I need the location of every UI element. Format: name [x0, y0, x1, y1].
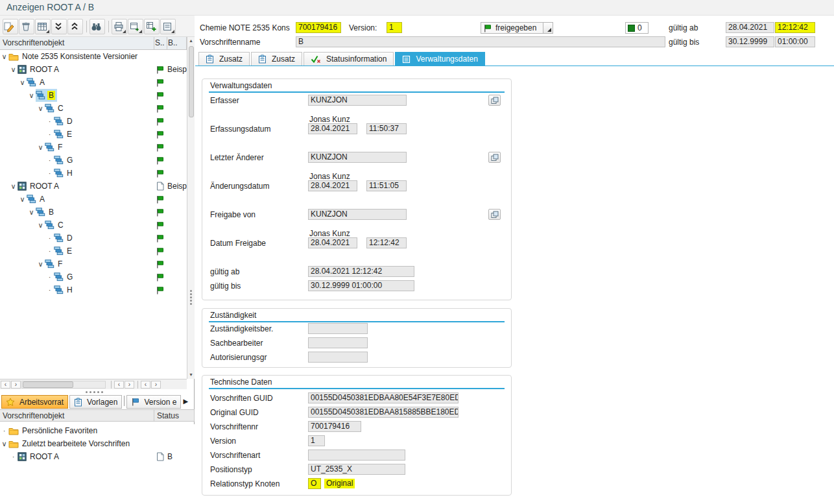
- export-button[interactable]: [128, 19, 143, 34]
- collapse-arrow-icon[interactable]: ∨: [27, 208, 36, 217]
- worklist-col-status[interactable]: Status: [154, 410, 195, 421]
- technisch-value-field[interactable]: 00155D0450381EDBAA815885BBE180ED: [308, 407, 459, 418]
- vertical-scroll-thumb[interactable]: [189, 46, 194, 117]
- freigabezeit-field[interactable]: 12:12:42: [366, 237, 407, 248]
- zustaendigkeit-value-field[interactable]: [308, 337, 368, 348]
- collapse-arrow-icon[interactable]: ∨: [0, 440, 8, 448]
- aenderer-field[interactable]: KUNZJON: [308, 152, 407, 163]
- collapse-arrow-icon[interactable]: ∨: [27, 91, 36, 100]
- user-details-button[interactable]: [488, 209, 501, 220]
- delete-button[interactable]: [19, 19, 34, 34]
- tree-item-root-a[interactable]: ∨ROOT ABeisp: [0, 180, 187, 193]
- splitter-handle[interactable]: [190, 290, 192, 292]
- tree-item-a[interactable]: ∨A: [0, 193, 187, 206]
- worklist-col-vorschriftenobjekt[interactable]: Vorschriftenobjekt: [0, 410, 154, 421]
- tab-verwaltungsdaten[interactable]: Verwaltungsdaten: [395, 52, 484, 66]
- collapse-arrow-icon[interactable]: ∨: [36, 104, 45, 113]
- tree-item-c[interactable]: ∨C: [0, 219, 187, 232]
- aenderungsdatum-field[interactable]: 28.04.2021: [308, 180, 357, 191]
- zustaendigkeit-value-field[interactable]: [308, 352, 368, 363]
- tree-col-vorschriftenobjekt[interactable]: Vorschriftenobjekt: [0, 37, 154, 49]
- tree-col-beispiel[interactable]: B..: [167, 37, 187, 49]
- tree-item-e[interactable]: ·E: [0, 245, 187, 258]
- tree-item-c[interactable]: ∨C: [0, 102, 187, 115]
- tree-item-h[interactable]: ·H: [0, 283, 187, 296]
- technisch-value-field[interactable]: UT_2535_X: [308, 464, 405, 475]
- collapse-arrow-icon[interactable]: ∨: [9, 66, 18, 74]
- collapse-arrow-icon[interactable]: ∨: [18, 195, 27, 204]
- erfassungsdatum-field[interactable]: 28.04.2021: [308, 123, 357, 134]
- scroll-up-icon[interactable]: ▴: [187, 37, 195, 45]
- worklist-tab-version-e[interactable]: Version e: [126, 395, 181, 409]
- name-field[interactable]: B: [296, 36, 665, 47]
- scroll-left-icon[interactable]: ‹: [1, 381, 10, 389]
- technisch-value-field[interactable]: 00155D0450381EDBAA80E54F3E7E80ED: [308, 392, 459, 403]
- erfassungszeit-field[interactable]: 11:50:37: [366, 123, 407, 134]
- tab-statusinformation[interactable]: Statusinformation: [304, 52, 394, 66]
- erfasser-field[interactable]: KUNZJON: [308, 95, 407, 106]
- tree-horizontal-scrollbar[interactable]: ‹ › ‹ › ‹ ›: [0, 379, 187, 389]
- worklist-tab-vorlagen[interactable]: Vorlagen: [69, 395, 122, 409]
- technisch-value-field[interactable]: [308, 450, 405, 461]
- search-button[interactable]: [89, 19, 105, 34]
- collapse-arrow-icon[interactable]: ∨: [36, 260, 45, 269]
- technisch-value-field[interactable]: O: [308, 478, 321, 489]
- version-field[interactable]: 1: [387, 22, 402, 33]
- zustaendigkeit-value-field[interactable]: [308, 323, 368, 334]
- tree-item-b[interactable]: ∨B: [0, 89, 187, 102]
- expand-all-button[interactable]: [51, 19, 67, 34]
- create-button[interactable]: [144, 19, 160, 34]
- collapse-arrow-icon[interactable]: ∨: [18, 78, 27, 87]
- tree-item-note-2535-konsistente-versionier[interactable]: ∨Note 2535 Konsistente Versionier: [0, 50, 187, 63]
- scroll-down-icon[interactable]: ▾: [187, 371, 195, 379]
- gueltig-bis-field[interactable]: 30.12.9999 01:00:00: [308, 280, 414, 291]
- technisch-value-field[interactable]: 700179416: [308, 421, 361, 432]
- tab-zusatz[interactable]: Zusatz: [198, 52, 250, 66]
- gueltig-ab-field[interactable]: 28.04.2021 12:12:42: [308, 266, 414, 277]
- tree-item-d[interactable]: ·D: [0, 115, 187, 128]
- scroll-right-icon[interactable]: ›: [11, 381, 21, 389]
- scroll-right-icon[interactable]: ›: [151, 381, 161, 389]
- status-dropdown[interactable]: freigegeben: [481, 22, 553, 34]
- valid-from-time-field[interactable]: 12:12:42: [775, 22, 815, 33]
- tree-item-e[interactable]: ·E: [0, 128, 187, 141]
- aenderungszeit-field[interactable]: 11:51:05: [366, 180, 407, 191]
- user-details-button[interactable]: [488, 95, 501, 106]
- user-details-button[interactable]: [488, 152, 501, 163]
- tree-item-h[interactable]: ·H: [0, 167, 187, 180]
- tab-zusatz[interactable]: Zusatz: [251, 52, 302, 66]
- tree-item-b[interactable]: ∨B: [0, 206, 187, 219]
- scroll-right-icon[interactable]: ›: [125, 381, 134, 389]
- collapse-arrow-icon[interactable]: ∨: [0, 53, 8, 61]
- tree-col-status[interactable]: S..: [154, 37, 167, 49]
- horizontal-scroll-track[interactable]: [21, 381, 106, 389]
- services-button[interactable]: [160, 19, 176, 34]
- tree-item-a[interactable]: ∨A: [0, 76, 187, 89]
- collapse-all-button[interactable]: [67, 19, 83, 34]
- dropdown-button[interactable]: [543, 23, 553, 33]
- freigabe-field[interactable]: KUNZJON: [308, 209, 407, 220]
- collapse-arrow-icon[interactable]: ∨: [36, 221, 45, 230]
- tree-vertical-scrollbar[interactable]: ▴ ▾: [187, 37, 195, 379]
- horizontal-scroll-thumb[interactable]: [23, 381, 73, 388]
- tree-item-root-a[interactable]: ∨ROOT ABeisp: [0, 63, 187, 76]
- worklist-item-root-a[interactable]: ·ROOT AB: [0, 450, 195, 463]
- tree-item-g[interactable]: ·G: [0, 270, 187, 283]
- worklist-tab-arbeitsvorrat[interactable]: Arbeitsvorrat: [1, 395, 68, 409]
- freigabedatum-field[interactable]: 28.04.2021: [308, 237, 357, 248]
- tree-item-g[interactable]: ·G: [0, 154, 187, 167]
- scroll-left-icon[interactable]: ‹: [141, 381, 150, 389]
- worklist-item-pers-nliche-favoriten[interactable]: ·Persönliche Favoriten: [0, 424, 195, 437]
- tree-item-f[interactable]: ∨F: [0, 258, 187, 270]
- worklist-item-zuletzt-bearbeitete-vorschriften[interactable]: ∨Zuletzt bearbeitete Vorschriften: [0, 437, 195, 450]
- valid-to-date-field[interactable]: 30.12.9999: [726, 36, 774, 47]
- layout-button[interactable]: [35, 19, 51, 34]
- doc-number-field[interactable]: 700179416: [296, 22, 341, 33]
- print-button[interactable]: [112, 19, 127, 34]
- tree-item-d[interactable]: ·D: [0, 232, 187, 245]
- valid-from-date-field[interactable]: 28.04.2021: [726, 22, 774, 33]
- collapse-arrow-icon[interactable]: ∨: [36, 143, 45, 152]
- valid-to-time-field[interactable]: 01:00:00: [775, 36, 815, 47]
- edit-toggle-button[interactable]: [3, 19, 18, 34]
- collapse-arrow-icon[interactable]: ∨: [9, 182, 18, 191]
